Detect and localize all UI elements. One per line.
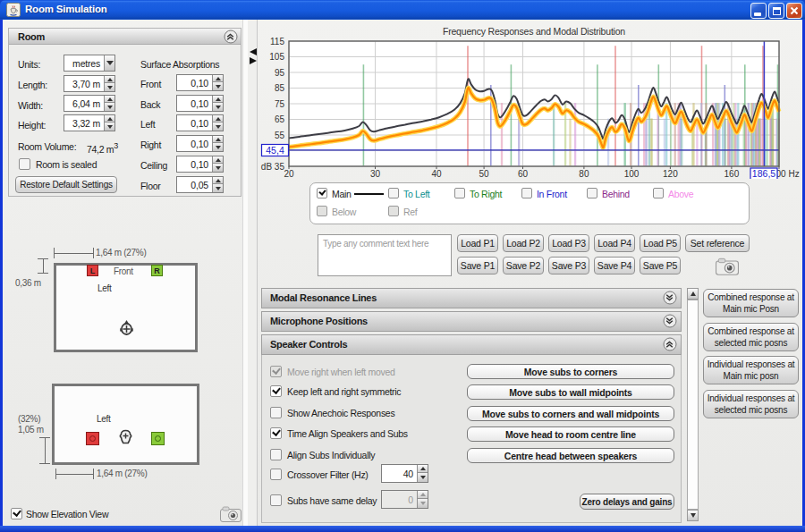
svg-text:186,5: 186,5	[752, 168, 775, 179]
svg-text:115: 115	[270, 37, 284, 46]
svg-text:45,4: 45,4	[266, 145, 284, 156]
svg-text:50: 50	[479, 169, 490, 179]
svg-text:Frequency Responses and Modal: Frequency Responses and Modal Distributi…	[443, 26, 625, 37]
svg-text:dB 35: dB 35	[261, 162, 285, 172]
svg-text:60: 60	[518, 169, 529, 179]
svg-text:30: 30	[370, 169, 381, 179]
svg-text:80: 80	[579, 169, 589, 179]
svg-text:120: 120	[663, 169, 678, 179]
svg-text:65: 65	[275, 114, 285, 124]
svg-text:95: 95	[275, 68, 285, 78]
svg-text:85: 85	[275, 83, 285, 93]
svg-text:55: 55	[275, 131, 285, 140]
svg-text:75: 75	[275, 99, 285, 109]
svg-text:160: 160	[724, 169, 740, 179]
svg-text:20: 20	[284, 169, 294, 179]
svg-text:100: 100	[624, 169, 640, 179]
svg-text:40: 40	[431, 169, 442, 179]
svg-text:105: 105	[269, 52, 284, 62]
